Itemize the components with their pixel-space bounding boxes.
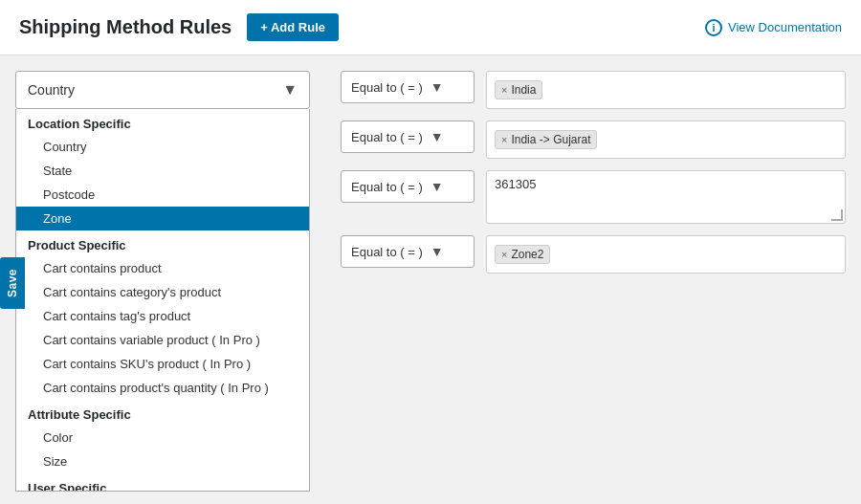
tag-india-gujarat-label: India -> Gujarat: [511, 133, 590, 146]
header: Shipping Method Rules + Add Rule i View …: [0, 0, 861, 55]
chevron-down-icon: ▼: [430, 179, 444, 194]
menu-item-cart-contains-sku[interactable]: Cart contains SKU's product ( In Pro ): [16, 352, 309, 376]
view-doc-label: View Documentation: [728, 20, 842, 34]
dropdown-menu: Location Specific Country State Postcode…: [15, 109, 310, 492]
operator-label-4: Equal to ( = ): [351, 245, 423, 259]
operator-label-2: Equal to ( = ): [351, 130, 423, 144]
page-title: Shipping Method Rules: [19, 16, 232, 38]
menu-item-country[interactable]: Country: [16, 135, 309, 159]
rule-row-1: Equal to ( = ) ▼ × India: [341, 71, 846, 109]
operator-dropdown-4[interactable]: Equal to ( = ) ▼: [341, 235, 475, 268]
group-label-attribute: Attribute Specific: [16, 400, 309, 426]
header-left: Shipping Method Rules + Add Rule: [19, 13, 339, 41]
remove-zone2-icon[interactable]: ×: [501, 249, 507, 260]
right-panel: Equal to ( = ) ▼ × India Equal to ( = ) …: [325, 55, 861, 504]
main-content: Save Country ▼ Location Specific Country…: [0, 55, 861, 504]
save-button[interactable]: Save: [0, 257, 25, 309]
chevron-down-icon: ▼: [430, 129, 444, 144]
value-box-4[interactable]: × Zone2: [486, 235, 846, 274]
menu-item-postcode[interactable]: Postcode: [16, 183, 309, 207]
value-box-2[interactable]: × India -> Gujarat: [486, 121, 846, 159]
add-rule-button[interactable]: + Add Rule: [247, 13, 339, 41]
remove-india-icon[interactable]: ×: [501, 84, 507, 96]
tag-india-gujarat: × India -> Gujarat: [495, 130, 597, 149]
menu-item-cart-contains-quantity[interactable]: Cart contains product's quantity ( In Pr…: [16, 376, 309, 400]
tag-zone2: × Zone2: [495, 245, 550, 264]
operator-label-1: Equal to ( = ): [351, 80, 423, 95]
operator-dropdown-1[interactable]: Equal to ( = ) ▼: [341, 71, 475, 103]
menu-item-cart-contains-tag[interactable]: Cart contains tag's product: [16, 304, 309, 328]
rule-row-4: Equal to ( = ) ▼ × Zone2: [341, 235, 846, 274]
menu-item-state[interactable]: State: [16, 159, 309, 183]
left-panel: Country ▼ Location Specific Country Stat…: [0, 55, 325, 504]
tag-india: × India: [495, 80, 542, 99]
group-label-location: Location Specific: [16, 109, 309, 135]
menu-item-color[interactable]: Color: [16, 426, 309, 449]
value-box-1[interactable]: × India: [486, 71, 846, 109]
operator-label-3: Equal to ( = ): [351, 180, 423, 194]
dropdown-selected-value: Country: [28, 82, 75, 98]
remove-india-gujarat-icon[interactable]: ×: [501, 134, 507, 145]
group-label-user: User Specific: [16, 473, 309, 492]
condition-dropdown-container: Country ▼ Location Specific Country Stat…: [15, 71, 310, 109]
chevron-down-icon: ▼: [430, 79, 444, 95]
menu-item-size[interactable]: Size: [16, 449, 309, 473]
menu-item-zone[interactable]: Zone: [16, 207, 309, 230]
menu-item-cart-contains-category[interactable]: Cart contains category's product: [16, 280, 309, 304]
rule-row-3: Equal to ( = ) ▼ 361305: [341, 170, 846, 224]
tag-india-label: India: [511, 83, 536, 97]
postcode-value: 361305: [495, 177, 536, 191]
tag-zone2-label: Zone2: [511, 248, 543, 261]
info-icon: i: [705, 19, 722, 36]
menu-item-cart-contains-product[interactable]: Cart contains product: [16, 256, 309, 280]
save-button-wrapper: Save: [0, 257, 25, 312]
chevron-down-icon: ▼: [282, 81, 298, 99]
condition-dropdown[interactable]: Country ▼: [15, 71, 310, 109]
view-documentation-link[interactable]: i View Documentation: [705, 19, 842, 36]
operator-dropdown-2[interactable]: Equal to ( = ) ▼: [341, 121, 475, 153]
group-label-product: Product Specific: [16, 230, 309, 256]
rule-row-2: Equal to ( = ) ▼ × India -> Gujarat: [341, 121, 846, 159]
menu-item-cart-contains-variable[interactable]: Cart contains variable product ( In Pro …: [16, 328, 309, 352]
chevron-down-icon: ▼: [430, 244, 444, 259]
value-box-3[interactable]: 361305: [486, 170, 846, 224]
operator-dropdown-3[interactable]: Equal to ( = ) ▼: [341, 170, 475, 203]
